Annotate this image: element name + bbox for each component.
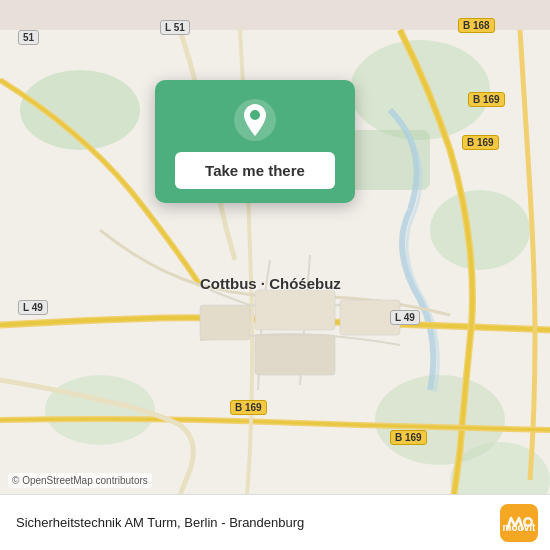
svg-point-13 <box>250 110 260 120</box>
road-badge-b169-r2: B 169 <box>462 135 499 150</box>
road-badge-b168: B 168 <box>458 18 495 33</box>
svg-rect-9 <box>200 305 250 340</box>
moovit-icon: moovit <box>500 504 538 542</box>
svg-point-17 <box>526 519 531 524</box>
location-name: Sicherheitstechnik AM Turm, Berlin - Bra… <box>16 515 500 530</box>
osm-attribution: © OpenStreetMap contributors <box>8 473 152 488</box>
map-container: B 168 B 169 B 169 B 169 B 169 L 51 L 49 … <box>0 0 550 550</box>
road-badge-b169-bottom2: B 169 <box>390 430 427 445</box>
svg-rect-11 <box>255 335 335 375</box>
bottom-bar: Sicherheitstechnik AM Turm, Berlin - Bra… <box>0 494 550 550</box>
take-me-there-button[interactable]: Take me there <box>175 152 335 189</box>
pin-icon <box>233 98 277 142</box>
svg-point-4 <box>430 190 530 270</box>
road-badge-l51: L 51 <box>160 20 190 35</box>
city-label: Cottbus · Chóśebuz <box>200 275 341 292</box>
road-badge-b169-r1: B 169 <box>468 92 505 107</box>
location-card: Take me there <box>155 80 355 203</box>
road-badge-51: 51 <box>18 30 39 45</box>
svg-rect-8 <box>255 290 335 330</box>
road-badge-l49-left: L 49 <box>18 300 48 315</box>
svg-point-2 <box>350 40 490 140</box>
moovit-logo: moovit <box>500 504 538 542</box>
road-badge-b169-bottom: B 169 <box>230 400 267 415</box>
road-badge-l49-right: L 49 <box>390 310 420 325</box>
